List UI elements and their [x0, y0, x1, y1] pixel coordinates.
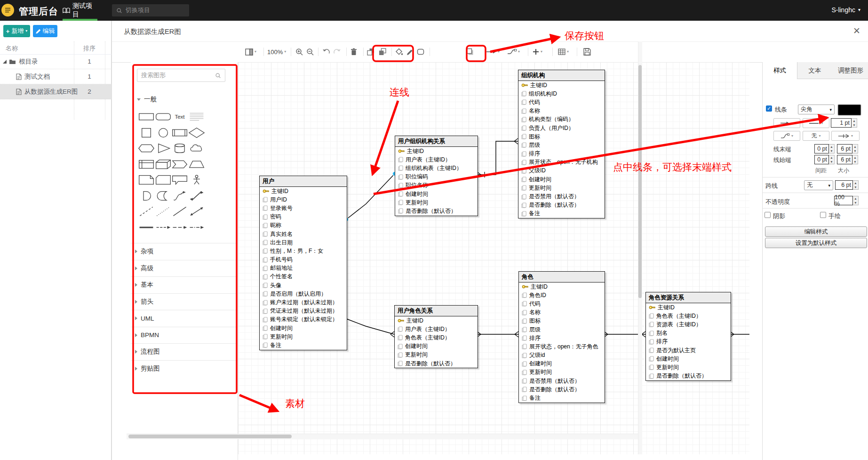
entity-field[interactable]: 创建时间 [518, 175, 605, 184]
edge-userorg-org[interactable] [477, 141, 518, 175]
shape-rectangle[interactable] [138, 111, 154, 123]
shape-and[interactable] [155, 190, 171, 202]
shape-cylinder[interactable] [172, 142, 188, 154]
entity-field[interactable]: 更新时间 [646, 363, 731, 371]
waypoints-button[interactable]: ▾ [773, 131, 800, 141]
entity-field[interactable]: 是否删除（默认否） [518, 201, 605, 210]
edge-user-userorg[interactable] [346, 174, 395, 219]
entity-field-pk[interactable]: 主键ID [395, 316, 478, 325]
section-杂项[interactable]: 杂项 [131, 243, 238, 259]
grid-button[interactable]: ▾ [558, 46, 569, 58]
entity-field[interactable]: 登录账号 [260, 204, 347, 212]
stepper[interactable]: ▲▼ [829, 144, 835, 153]
line-end-spacing-input[interactable]: 0 pt [814, 144, 829, 153]
vertical-scrollbar-thumb[interactable] [638, 65, 642, 298]
entity-field[interactable]: 出生日期 [260, 238, 347, 247]
zoom-out-button[interactable] [306, 46, 314, 58]
entity-field[interactable]: 用户表（主键ID） [395, 325, 478, 333]
redo-button[interactable] [333, 46, 341, 58]
zoom-in-button[interactable] [295, 46, 303, 58]
sketch-checkbox[interactable] [820, 212, 826, 218]
entity-field[interactable]: 账号未锁定（默认未锁定） [260, 315, 347, 324]
line-width-input[interactable]: 1 pt [831, 118, 852, 128]
close-icon[interactable]: ✕ [852, 25, 862, 36]
shape-card[interactable] [155, 174, 171, 186]
entity-field[interactable]: 图标 [519, 317, 605, 325]
entity-field[interactable]: 是否禁用（默认否） [519, 377, 605, 385]
to-back-button[interactable] [379, 46, 386, 58]
entity-field[interactable]: 代码 [518, 98, 605, 106]
entity-field[interactable]: 更新时间 [395, 198, 478, 207]
entity-field[interactable]: 图标 [518, 132, 605, 141]
shape-or[interactable] [138, 190, 154, 202]
shape-dashed-arrow[interactable] [155, 221, 171, 234]
undo-button[interactable] [322, 46, 330, 58]
user-menu[interactable]: S-linghc ▾ [831, 6, 860, 14]
entity-field[interactable]: 展开状态，open：无子机构 [518, 158, 605, 167]
insert-button[interactable]: ▾ [533, 46, 542, 58]
entity-field[interactable]: 昵称 [260, 221, 347, 230]
shape-line[interactable] [172, 205, 188, 218]
opacity-input[interactable]: 100 % [834, 196, 853, 205]
shape-callout[interactable] [172, 174, 188, 186]
edit-button[interactable]: 编辑 [33, 25, 57, 37]
project-search-input[interactable]: 切换项目 [112, 4, 189, 16]
entity-field[interactable]: 个性签名 [260, 273, 347, 281]
shape-circle[interactable] [155, 127, 171, 139]
section-剪贴图[interactable]: 剪贴图 [131, 360, 238, 377]
entity-field[interactable]: 角色ID [519, 291, 605, 299]
shape-rounded-rectangle[interactable] [155, 111, 171, 123]
crossing-size-input[interactable]: 6 pt [835, 180, 853, 190]
shape-internal-storage[interactable] [138, 158, 154, 170]
entity-title[interactable]: 用户组织机构关系 [395, 136, 478, 147]
entity-field[interactable]: 手机号码 [260, 256, 347, 264]
line-color-button[interactable] [406, 46, 413, 58]
expand-caret-icon[interactable] [3, 60, 7, 64]
entity-角色资源关系[interactable]: 角色资源关系主键ID角色表（主键ID）资源表（主键ID）别名排序是否为默认主页创… [645, 292, 731, 381]
section-BPMN[interactable]: BPMN [131, 327, 238, 343]
entity-field[interactable]: 层级 [518, 141, 605, 149]
format-panel-button[interactable]: ▾ [245, 46, 256, 58]
entity-field[interactable]: 职位编码 [395, 173, 478, 181]
entity-field[interactable]: 邮箱地址 [260, 264, 347, 273]
section-高级[interactable]: 高级 [131, 260, 238, 276]
entity-field[interactable]: 真实姓名 [260, 230, 347, 238]
shape-hexagon[interactable] [138, 142, 154, 154]
shape-bidirectional-arrow[interactable] [189, 190, 205, 202]
entity-field[interactable]: 负责人（用户ID） [518, 124, 605, 132]
entity-field[interactable]: 凭证未过期（默认未过期） [260, 307, 347, 315]
section-流程图[interactable]: 流程图 [131, 343, 238, 360]
entity-field[interactable]: 是否禁用（默认否） [518, 192, 605, 201]
entity-field-pk[interactable]: 主键ID [646, 303, 731, 312]
shape-long-dash-arrow[interactable] [172, 221, 188, 234]
shape-trapezoid[interactable] [189, 158, 205, 170]
entity-field[interactable]: 是否删除（默认否） [519, 385, 605, 394]
delete-button[interactable] [350, 46, 357, 58]
shape-actor[interactable] [189, 174, 205, 186]
entity-field[interactable]: 展开状态，open：无子角色 [519, 342, 605, 351]
entity-title[interactable]: 角色资源关系 [646, 292, 731, 303]
entity-field[interactable]: 备注 [518, 210, 605, 218]
line-start-size-input[interactable]: 6 pt [837, 155, 852, 164]
entity-field-pk[interactable]: 主键ID [519, 282, 605, 291]
shape-dashed-line[interactable] [138, 205, 154, 218]
line-style-select[interactable]: 尖角▾ [798, 105, 835, 114]
entity-field[interactable]: 排序 [518, 150, 605, 158]
section-基本[interactable]: 基本 [131, 276, 238, 293]
entity-field[interactable]: 账户未过期（默认未过期） [260, 298, 347, 307]
entity-field[interactable]: 创建时间 [395, 342, 478, 351]
entity-field[interactable]: 名称 [519, 308, 605, 317]
line-checkbox[interactable]: ✓ [766, 105, 772, 112]
entity-field[interactable]: 组织机构表（主键ID） [395, 164, 478, 172]
arrow-end-button[interactable]: ▾ [773, 118, 800, 128]
entity-field[interactable]: 更新时间 [518, 184, 605, 192]
entity-field[interactable]: 资源表（主键ID） [646, 320, 731, 329]
entity-field[interactable]: 密码 [260, 213, 347, 221]
end-marker-button[interactable]: ▾ [831, 131, 860, 141]
shape-step[interactable] [172, 158, 188, 170]
shape-dotted-line[interactable] [155, 205, 171, 218]
fill-color-button[interactable] [395, 46, 403, 58]
shape-note[interactable] [138, 174, 154, 186]
tab-test-project[interactable]: 测试项目 [63, 0, 97, 21]
to-front-button[interactable] [367, 46, 374, 58]
